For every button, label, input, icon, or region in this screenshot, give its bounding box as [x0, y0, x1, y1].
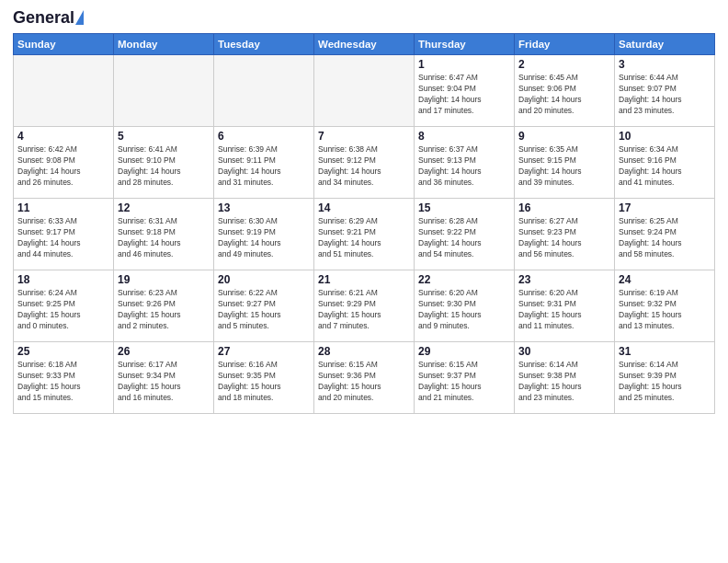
calendar-cell: 5Sunrise: 6:41 AM Sunset: 9:10 PM Daylig… — [114, 127, 214, 199]
day-info: Sunrise: 6:20 AM Sunset: 9:31 PM Dayligh… — [518, 288, 610, 332]
day-info: Sunrise: 6:45 AM Sunset: 9:06 PM Dayligh… — [518, 73, 610, 117]
day-info: Sunrise: 6:33 AM Sunset: 9:17 PM Dayligh… — [17, 216, 109, 260]
calendar-cell: 2Sunrise: 6:45 AM Sunset: 9:06 PM Daylig… — [515, 55, 615, 127]
day-number: 22 — [418, 273, 510, 286]
day-info: Sunrise: 6:19 AM Sunset: 9:32 PM Dayligh… — [619, 288, 711, 332]
calendar-body: 1Sunrise: 6:47 AM Sunset: 9:04 PM Daylig… — [14, 55, 715, 414]
calendar-cell: 14Sunrise: 6:29 AM Sunset: 9:21 PM Dayli… — [314, 199, 415, 270]
header-friday: Friday — [515, 34, 615, 55]
day-number: 19 — [118, 273, 210, 286]
day-number: 31 — [619, 345, 711, 358]
day-number: 1 — [418, 58, 510, 71]
calendar-cell: 15Sunrise: 6:28 AM Sunset: 9:22 PM Dayli… — [415, 199, 515, 270]
day-number: 28 — [318, 345, 410, 358]
day-info: Sunrise: 6:34 AM Sunset: 9:16 PM Dayligh… — [619, 144, 711, 189]
day-number: 26 — [118, 345, 210, 358]
day-number: 18 — [17, 273, 109, 286]
day-info: Sunrise: 6:27 AM Sunset: 9:23 PM Dayligh… — [518, 216, 610, 260]
calendar-cell: 4Sunrise: 6:42 AM Sunset: 9:08 PM Daylig… — [14, 127, 114, 199]
day-info: Sunrise: 6:44 AM Sunset: 9:07 PM Dayligh… — [619, 73, 711, 117]
calendar-cell: 25Sunrise: 6:18 AM Sunset: 9:33 PM Dayli… — [14, 342, 114, 414]
calendar-cell: 1Sunrise: 6:47 AM Sunset: 9:04 PM Daylig… — [415, 55, 515, 127]
day-info: Sunrise: 6:42 AM Sunset: 9:08 PM Dayligh… — [17, 144, 109, 189]
weekday-header-row: Sunday Monday Tuesday Wednesday Thursday… — [14, 34, 715, 55]
calendar-cell: 20Sunrise: 6:22 AM Sunset: 9:27 PM Dayli… — [214, 270, 314, 342]
day-info: Sunrise: 6:38 AM Sunset: 9:12 PM Dayligh… — [318, 144, 410, 189]
calendar-week-row: 4Sunrise: 6:42 AM Sunset: 9:08 PM Daylig… — [14, 127, 715, 199]
day-number: 7 — [318, 130, 410, 143]
day-info: Sunrise: 6:29 AM Sunset: 9:21 PM Dayligh… — [318, 216, 410, 260]
day-info: Sunrise: 6:17 AM Sunset: 9:34 PM Dayligh… — [118, 360, 210, 404]
calendar-cell: 8Sunrise: 6:37 AM Sunset: 9:13 PM Daylig… — [415, 127, 515, 199]
day-info: Sunrise: 6:31 AM Sunset: 9:18 PM Dayligh… — [118, 216, 210, 260]
calendar-cell: 9Sunrise: 6:35 AM Sunset: 9:15 PM Daylig… — [515, 127, 615, 199]
day-info: Sunrise: 6:25 AM Sunset: 9:24 PM Dayligh… — [619, 216, 711, 260]
day-info: Sunrise: 6:23 AM Sunset: 9:26 PM Dayligh… — [118, 288, 210, 332]
day-info: Sunrise: 6:15 AM Sunset: 9:37 PM Dayligh… — [418, 360, 510, 404]
header-monday: Monday — [114, 34, 214, 55]
day-number: 17 — [619, 201, 711, 214]
day-info: Sunrise: 6:14 AM Sunset: 9:38 PM Dayligh… — [518, 360, 610, 404]
calendar-cell: 19Sunrise: 6:23 AM Sunset: 9:26 PM Dayli… — [114, 270, 214, 342]
calendar-week-row: 25Sunrise: 6:18 AM Sunset: 9:33 PM Dayli… — [14, 342, 715, 414]
calendar-cell: 26Sunrise: 6:17 AM Sunset: 9:34 PM Dayli… — [114, 342, 214, 414]
calendar-cell: 16Sunrise: 6:27 AM Sunset: 9:23 PM Dayli… — [515, 199, 615, 270]
day-info: Sunrise: 6:20 AM Sunset: 9:30 PM Dayligh… — [418, 288, 510, 332]
day-number: 9 — [518, 130, 610, 143]
calendar-cell: 24Sunrise: 6:19 AM Sunset: 9:32 PM Dayli… — [615, 270, 715, 342]
day-info: Sunrise: 6:28 AM Sunset: 9:22 PM Dayligh… — [418, 216, 510, 260]
day-info: Sunrise: 6:47 AM Sunset: 9:04 PM Dayligh… — [418, 73, 510, 117]
day-info: Sunrise: 6:18 AM Sunset: 9:33 PM Dayligh… — [17, 360, 109, 404]
day-number: 5 — [118, 130, 210, 143]
header-wednesday: Wednesday — [314, 34, 415, 55]
calendar-cell: 31Sunrise: 6:14 AM Sunset: 9:39 PM Dayli… — [615, 342, 715, 414]
day-number: 12 — [118, 201, 210, 214]
day-number: 15 — [418, 201, 510, 214]
day-info: Sunrise: 6:41 AM Sunset: 9:10 PM Dayligh… — [118, 144, 210, 189]
calendar-cell: 11Sunrise: 6:33 AM Sunset: 9:17 PM Dayli… — [14, 199, 114, 270]
header-saturday: Saturday — [615, 34, 715, 55]
day-info: Sunrise: 6:14 AM Sunset: 9:39 PM Dayligh… — [619, 360, 711, 404]
calendar-cell: 10Sunrise: 6:34 AM Sunset: 9:16 PM Dayli… — [615, 127, 715, 199]
calendar-cell — [214, 55, 314, 127]
day-number: 24 — [619, 273, 711, 286]
calendar-cell: 28Sunrise: 6:15 AM Sunset: 9:36 PM Dayli… — [314, 342, 415, 414]
calendar-cell: 12Sunrise: 6:31 AM Sunset: 9:18 PM Dayli… — [114, 199, 214, 270]
day-number: 3 — [619, 58, 711, 71]
day-number: 14 — [318, 201, 410, 214]
calendar-cell — [114, 55, 214, 127]
calendar-cell: 17Sunrise: 6:25 AM Sunset: 9:24 PM Dayli… — [615, 199, 715, 270]
calendar-cell — [314, 55, 415, 127]
day-info: Sunrise: 6:39 AM Sunset: 9:11 PM Dayligh… — [218, 144, 310, 189]
day-info: Sunrise: 6:37 AM Sunset: 9:13 PM Dayligh… — [418, 144, 510, 189]
day-number: 6 — [218, 130, 310, 143]
calendar-cell: 22Sunrise: 6:20 AM Sunset: 9:30 PM Dayli… — [415, 270, 515, 342]
calendar-week-row: 1Sunrise: 6:47 AM Sunset: 9:04 PM Daylig… — [14, 55, 715, 127]
day-info: Sunrise: 6:22 AM Sunset: 9:27 PM Dayligh… — [218, 288, 310, 332]
day-info: Sunrise: 6:15 AM Sunset: 9:36 PM Dayligh… — [318, 360, 410, 404]
header-sunday: Sunday — [14, 34, 114, 55]
calendar-cell: 6Sunrise: 6:39 AM Sunset: 9:11 PM Daylig… — [214, 127, 314, 199]
day-number: 21 — [318, 273, 410, 286]
calendar-cell: 30Sunrise: 6:14 AM Sunset: 9:38 PM Dayli… — [515, 342, 615, 414]
day-number: 10 — [619, 130, 711, 143]
calendar-cell: 29Sunrise: 6:15 AM Sunset: 9:37 PM Dayli… — [415, 342, 515, 414]
day-number: 23 — [518, 273, 610, 286]
calendar-cell: 3Sunrise: 6:44 AM Sunset: 9:07 PM Daylig… — [615, 55, 715, 127]
calendar-cell — [14, 55, 114, 127]
day-number: 27 — [218, 345, 310, 358]
calendar-cell: 23Sunrise: 6:20 AM Sunset: 9:31 PM Dayli… — [515, 270, 615, 342]
day-number: 25 — [17, 345, 109, 358]
calendar-week-row: 18Sunrise: 6:24 AM Sunset: 9:25 PM Dayli… — [14, 270, 715, 342]
day-number: 16 — [518, 201, 610, 214]
day-number: 13 — [218, 201, 310, 214]
calendar-week-row: 11Sunrise: 6:33 AM Sunset: 9:17 PM Dayli… — [14, 199, 715, 270]
header-tuesday: Tuesday — [214, 34, 314, 55]
calendar-cell: 27Sunrise: 6:16 AM Sunset: 9:35 PM Dayli… — [214, 342, 314, 414]
calendar-cell: 18Sunrise: 6:24 AM Sunset: 9:25 PM Dayli… — [14, 270, 114, 342]
day-info: Sunrise: 6:16 AM Sunset: 9:35 PM Dayligh… — [218, 360, 310, 404]
day-info: Sunrise: 6:21 AM Sunset: 9:29 PM Dayligh… — [318, 288, 410, 332]
calendar-cell: 13Sunrise: 6:30 AM Sunset: 9:19 PM Dayli… — [214, 199, 314, 270]
day-number: 11 — [17, 201, 109, 214]
header: General — [13, 9, 715, 26]
